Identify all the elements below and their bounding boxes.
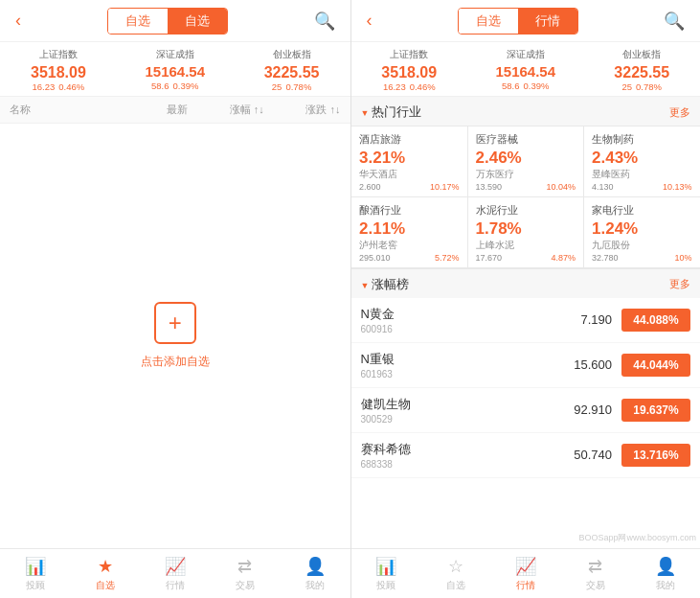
gain-pct-0: 44.088% [621,309,690,332]
right-nav-jiaoyi[interactable]: ⇄ 交易 [560,556,630,592]
left-nav-zixuan[interactable]: ★ 自选 [70,556,140,592]
left-index-meta-1: 58.6 0.39% [121,80,230,91]
hot-industry-title: 热门行业 [361,104,421,121]
right-bottom-nav: 📊 投顾 ☆ 自选 📈 行情 ⇄ 交易 👤 我的 [351,548,701,598]
industry-stock-5: 九厄股份 [592,240,692,252]
industry-pct-3: 2.11% [359,219,460,239]
right-nav-icon-3: ⇄ [588,556,602,577]
left-indices: 上证指数 3518.09 16.23 0.46% 深证成指 15164.54 5… [0,42,350,97]
right-nav-zixuan[interactable]: ☆ 自选 [420,556,490,592]
th-change: 涨幅 ↑↓ [188,103,264,117]
right-tab-hangqing[interactable]: 行情 [518,9,577,34]
industry-stock-1: 万东医疗 [476,169,576,181]
industry-cell-4[interactable]: 水泥行业 1.78% 上峰水泥 17.670 4.87% [468,197,584,267]
industry-cell-3[interactable]: 酿酒行业 2.11% 泸州老窖 295.010 5.72% [351,197,467,267]
right-index-shenzhen: 深证成指 15164.54 58.6 0.39% [467,48,584,92]
gain-name-3: 赛科希德 [361,441,555,458]
industry-stock-4: 上峰水泥 [476,240,576,252]
left-nav-icon-0: 📊 [25,556,46,577]
left-nav-label-2: 行情 [166,579,185,592]
right-index-meta-2: 25 0.78% [588,81,697,92]
gain-item-1[interactable]: N重银 601963 15.600 44.044% [351,343,701,388]
left-empty-state: + 点击添加自选 [0,124,350,548]
left-nav-wode[interactable]: 👤 我的 [280,556,350,592]
left-index-meta-2: 25 0.78% [237,81,347,92]
left-nav-hangqing[interactable]: 📈 行情 [140,556,210,592]
gain-info-1: N重银 601963 [361,351,555,380]
gain-code-2: 300529 [361,414,555,425]
left-index-name-2: 创业板指 [237,48,347,61]
right-nav-hangqing[interactable]: 📈 行情 [490,556,560,592]
industry-name-3: 酿酒行业 [359,203,460,218]
hot-industry-header: 热门行业 更多 [351,97,701,126]
left-tab-zixuan[interactable]: 自选 [108,9,168,34]
industry-stock-2: 昱峰医药 [592,169,692,181]
gain-board-header: 涨幅榜 更多 [351,269,701,298]
industry-pct-5: 1.24% [592,219,692,239]
right-index-value-2: 3225.55 [588,63,697,81]
gain-info-3: 赛科希德 688338 [361,441,555,470]
left-nav-tougou[interactable]: 📊 投顾 [0,556,70,592]
left-tab-hangqing[interactable]: 自选 [168,9,227,34]
hot-industry-more[interactable]: 更多 [669,105,690,120]
left-top-bar: ‹ 自选 自选 🔍 [0,0,350,42]
left-search-icon[interactable]: 🔍 [308,7,341,35]
industry-pct-2: 2.43% [592,149,692,168]
add-watchlist-icon[interactable]: + [154,302,196,344]
gain-board-more[interactable]: 更多 [669,277,690,291]
gain-info-0: N黄金 600916 [361,306,555,334]
gain-code-1: 601963 [361,369,555,380]
gain-list: N黄金 600916 7.190 44.088% N重银 601963 15.6… [351,298,701,548]
right-top-bar: ‹ 自选 行情 🔍 [351,0,701,42]
gain-name-1: N重银 [361,351,555,368]
industry-cell-5[interactable]: 家电行业 1.24% 九厄股份 32.780 10% [584,197,700,267]
right-nav-label-1: 自选 [446,579,465,592]
left-nav-label-3: 交易 [236,579,255,592]
industry-cell-2[interactable]: 生物制药 2.43% 昱峰医药 4.130 10.13% [584,126,700,196]
gain-info-2: 健凯生物 300529 [361,396,555,425]
industry-stock-val-5: 32.780 10% [592,253,692,263]
right-search-icon[interactable]: 🔍 [658,7,690,35]
left-back-button[interactable]: ‹ [10,7,27,34]
gain-price-3: 50.740 [554,448,612,462]
left-nav-icon-3: ⇄ [237,556,252,577]
left-bottom-nav: 📊 投顾 ★ 自选 📈 行情 ⇄ 交易 👤 我的 [0,548,350,598]
left-nav-icon-4: 👤 [305,556,326,577]
right-index-meta-0: 16.23 0.46% [355,81,464,92]
gain-price-1: 15.600 [554,357,612,372]
th-latest: 最新 [111,103,188,117]
gain-pct-1: 44.044% [621,354,690,377]
industry-stock-val-4: 17.670 4.87% [476,253,576,263]
right-index-name-2: 创业板指 [588,48,697,61]
th-pct: 涨跌 ↑↓ [264,103,341,117]
right-index-value-1: 15164.54 [471,63,580,80]
right-tab-zixuan[interactable]: 自选 [459,9,518,34]
gain-board-title: 涨幅榜 [361,276,409,293]
industry-name-5: 家电行业 [592,203,692,218]
industry-cell-0[interactable]: 酒店旅游 3.21% 华天酒店 2.600 10.17% [351,126,467,196]
gain-item-0[interactable]: N黄金 600916 7.190 44.088% [351,298,701,343]
gain-item-3[interactable]: 赛科希德 688338 50.740 13.716% [351,433,701,478]
right-nav-label-3: 交易 [586,579,605,592]
left-index-value-2: 3225.55 [237,63,347,81]
right-back-button[interactable]: ‹ [361,7,378,34]
industry-pct-4: 1.78% [476,219,576,239]
gain-name-0: N黄金 [361,306,555,323]
industry-stock-val-3: 295.010 5.72% [359,253,460,263]
left-nav-jiaoyi[interactable]: ⇄ 交易 [210,556,280,592]
left-nav-label-1: 自选 [96,579,115,592]
left-nav-label-0: 投顾 [26,579,45,592]
industry-cell-1[interactable]: 医疗器械 2.46% 万东医疗 13.590 10.04% [468,126,584,196]
gain-item-2[interactable]: 健凯生物 300529 92.910 19.637% [351,388,701,433]
industry-name-1: 医疗器械 [476,132,576,147]
right-index-chuangye: 创业板指 3225.55 25 0.78% [584,48,701,92]
left-index-shenzhen: 深证成指 15164.54 58.6 0.39% [117,48,234,92]
add-watchlist-text: 点击添加自选 [141,354,210,370]
th-name: 名称 [10,103,111,117]
right-nav-tougou[interactable]: 📊 投顾 [351,556,421,592]
right-index-shangzheng: 上证指数 3518.09 16.23 0.46% [351,48,468,92]
industry-stock-0: 华天酒店 [359,169,460,181]
right-panel: ‹ 自选 行情 🔍 上证指数 3518.09 16.23 0.46% 深证成指 … [350,0,701,598]
gain-price-0: 7.190 [554,312,612,327]
right-nav-wode[interactable]: 👤 我的 [630,556,700,592]
